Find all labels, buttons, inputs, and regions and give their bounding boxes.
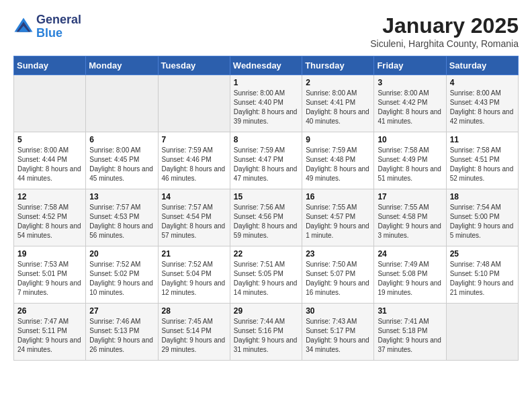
day-info: Sunrise: 7:55 AMSunset: 4:58 PMDaylight:… <box>378 203 442 240</box>
title-block: January 2025 Siculeni, Harghita County, … <box>370 13 519 49</box>
day-number: 16 <box>306 192 370 201</box>
calendar-cell: 28Sunrise: 7:45 AMSunset: 5:14 PMDayligh… <box>158 304 230 361</box>
calendar-week-1: 1Sunrise: 8:00 AMSunset: 4:40 PMDaylight… <box>14 75 519 132</box>
day-info: Sunrise: 7:44 AMSunset: 5:16 PMDaylight:… <box>234 317 298 355</box>
day-number: 1 <box>234 78 298 87</box>
day-number: 7 <box>162 135 226 144</box>
calendar-cell: 19Sunrise: 7:53 AMSunset: 5:01 PMDayligh… <box>14 246 86 304</box>
calendar-cell: 24Sunrise: 7:49 AMSunset: 5:08 PMDayligh… <box>374 246 446 304</box>
day-info: Sunrise: 8:00 AMSunset: 4:43 PMDaylight:… <box>450 89 515 126</box>
day-number: 2 <box>306 78 370 87</box>
logo-blue-text: Blue <box>36 26 62 40</box>
day-info: Sunrise: 7:41 AMSunset: 5:18 PMDaylight:… <box>378 317 442 355</box>
day-info: Sunrise: 7:46 AMSunset: 5:13 PMDaylight:… <box>89 317 154 355</box>
calendar-header-thursday: Thursday <box>302 56 374 75</box>
day-info: Sunrise: 7:43 AMSunset: 5:17 PMDaylight:… <box>306 317 370 355</box>
day-number: 15 <box>234 192 298 201</box>
day-info: Sunrise: 7:57 AMSunset: 4:53 PMDaylight:… <box>89 203 154 240</box>
day-number: 19 <box>17 249 82 259</box>
day-info: Sunrise: 7:59 AMSunset: 4:48 PMDaylight:… <box>306 146 370 183</box>
calendar-cell: 23Sunrise: 7:50 AMSunset: 5:07 PMDayligh… <box>302 246 374 304</box>
calendar-cell: 15Sunrise: 7:56 AMSunset: 4:56 PMDayligh… <box>230 189 302 246</box>
day-number: 21 <box>162 249 226 259</box>
day-number: 6 <box>89 135 154 144</box>
day-number: 8 <box>234 135 298 144</box>
calendar-header-tuesday: Tuesday <box>158 56 230 75</box>
day-number: 4 <box>450 78 515 87</box>
calendar-cell: 2Sunrise: 8:00 AMSunset: 4:41 PMDaylight… <box>302 75 374 132</box>
calendar-header-row: SundayMondayTuesdayWednesdayThursdayFrid… <box>14 56 519 75</box>
calendar-cell: 12Sunrise: 7:58 AMSunset: 4:52 PMDayligh… <box>14 189 86 246</box>
calendar-cell: 30Sunrise: 7:43 AMSunset: 5:17 PMDayligh… <box>302 304 374 361</box>
day-info: Sunrise: 8:00 AMSunset: 4:42 PMDaylight:… <box>378 89 442 126</box>
calendar-cell: 7Sunrise: 7:59 AMSunset: 4:46 PMDaylight… <box>158 132 230 189</box>
day-info: Sunrise: 7:54 AMSunset: 5:00 PMDaylight:… <box>450 203 515 240</box>
day-info: Sunrise: 7:56 AMSunset: 4:56 PMDaylight:… <box>234 203 298 240</box>
day-info: Sunrise: 7:49 AMSunset: 5:08 PMDaylight:… <box>378 260 442 298</box>
day-info: Sunrise: 7:59 AMSunset: 4:46 PMDaylight:… <box>162 146 226 183</box>
calendar-cell: 3Sunrise: 8:00 AMSunset: 4:42 PMDaylight… <box>374 75 446 132</box>
day-info: Sunrise: 7:55 AMSunset: 4:57 PMDaylight:… <box>306 203 370 240</box>
day-info: Sunrise: 7:50 AMSunset: 5:07 PMDaylight:… <box>306 260 370 298</box>
calendar-cell: 4Sunrise: 8:00 AMSunset: 4:43 PMDaylight… <box>446 75 518 132</box>
day-number: 25 <box>450 249 515 259</box>
day-number: 29 <box>234 306 298 316</box>
calendar-cell: 8Sunrise: 7:59 AMSunset: 4:47 PMDaylight… <box>230 132 302 189</box>
calendar-week-3: 12Sunrise: 7:58 AMSunset: 4:52 PMDayligh… <box>14 189 519 246</box>
day-number: 11 <box>450 135 515 144</box>
day-info: Sunrise: 7:52 AMSunset: 5:04 PMDaylight:… <box>162 260 226 298</box>
day-number: 17 <box>378 192 442 201</box>
calendar-week-4: 19Sunrise: 7:53 AMSunset: 5:01 PMDayligh… <box>14 246 519 304</box>
logo: General Blue <box>13 13 81 40</box>
day-number: 5 <box>17 135 82 144</box>
calendar-cell: 6Sunrise: 8:00 AMSunset: 4:45 PMDaylight… <box>86 132 158 189</box>
day-info: Sunrise: 7:58 AMSunset: 4:49 PMDaylight:… <box>378 146 442 183</box>
calendar-cell: 29Sunrise: 7:44 AMSunset: 5:16 PMDayligh… <box>230 304 302 361</box>
day-info: Sunrise: 8:00 AMSunset: 4:41 PMDaylight:… <box>306 89 370 126</box>
day-info: Sunrise: 7:47 AMSunset: 5:11 PMDaylight:… <box>17 317 82 355</box>
day-info: Sunrise: 7:59 AMSunset: 4:47 PMDaylight:… <box>234 146 298 183</box>
day-info: Sunrise: 7:52 AMSunset: 5:02 PMDaylight:… <box>89 260 154 298</box>
calendar-cell: 18Sunrise: 7:54 AMSunset: 5:00 PMDayligh… <box>446 189 518 246</box>
calendar-cell: 17Sunrise: 7:55 AMSunset: 4:58 PMDayligh… <box>374 189 446 246</box>
logo-general-text: General <box>36 13 81 26</box>
calendar-header-wednesday: Wednesday <box>230 56 302 75</box>
calendar-cell: 16Sunrise: 7:55 AMSunset: 4:57 PMDayligh… <box>302 189 374 246</box>
day-number: 10 <box>378 135 442 144</box>
calendar-subtitle: Siculeni, Harghita County, Romania <box>370 38 519 49</box>
day-number: 13 <box>89 192 154 201</box>
day-info: Sunrise: 7:57 AMSunset: 4:54 PMDaylight:… <box>162 203 226 240</box>
day-number: 30 <box>306 306 370 316</box>
day-info: Sunrise: 7:53 AMSunset: 5:01 PMDaylight:… <box>17 260 82 298</box>
calendar-cell: 14Sunrise: 7:57 AMSunset: 4:54 PMDayligh… <box>158 189 230 246</box>
day-info: Sunrise: 8:00 AMSunset: 4:45 PMDaylight:… <box>89 146 154 183</box>
calendar-cell <box>158 75 230 132</box>
calendar-title: January 2025 <box>370 13 519 38</box>
calendar-cell: 21Sunrise: 7:52 AMSunset: 5:04 PMDayligh… <box>158 246 230 304</box>
day-info: Sunrise: 7:51 AMSunset: 5:05 PMDaylight:… <box>234 260 298 298</box>
calendar-table: SundayMondayTuesdayWednesdayThursdayFrid… <box>13 56 519 361</box>
calendar-cell: 1Sunrise: 8:00 AMSunset: 4:40 PMDaylight… <box>230 75 302 132</box>
calendar-cell: 11Sunrise: 7:58 AMSunset: 4:51 PMDayligh… <box>446 132 518 189</box>
calendar-cell <box>86 75 158 132</box>
calendar-week-5: 26Sunrise: 7:47 AMSunset: 5:11 PMDayligh… <box>14 304 519 361</box>
calendar-cell: 20Sunrise: 7:52 AMSunset: 5:02 PMDayligh… <box>86 246 158 304</box>
calendar-cell <box>446 304 518 361</box>
day-info: Sunrise: 7:58 AMSunset: 4:51 PMDaylight:… <box>450 146 515 183</box>
day-info: Sunrise: 7:48 AMSunset: 5:10 PMDaylight:… <box>450 260 515 298</box>
page-header: General Blue January 2025 Siculeni, Harg… <box>13 13 519 49</box>
calendar-cell: 5Sunrise: 8:00 AMSunset: 4:44 PMDaylight… <box>14 132 86 189</box>
day-number: 27 <box>89 306 154 316</box>
calendar-header-saturday: Saturday <box>446 56 518 75</box>
calendar-cell: 9Sunrise: 7:59 AMSunset: 4:48 PMDaylight… <box>302 132 374 189</box>
calendar-cell: 27Sunrise: 7:46 AMSunset: 5:13 PMDayligh… <box>86 304 158 361</box>
day-info: Sunrise: 8:00 AMSunset: 4:44 PMDaylight:… <box>17 146 82 183</box>
calendar-cell: 25Sunrise: 7:48 AMSunset: 5:10 PMDayligh… <box>446 246 518 304</box>
day-number: 23 <box>306 249 370 259</box>
day-info: Sunrise: 7:58 AMSunset: 4:52 PMDaylight:… <box>17 203 82 240</box>
day-number: 26 <box>17 306 82 316</box>
day-number: 12 <box>17 192 82 201</box>
day-number: 24 <box>378 249 442 259</box>
calendar-cell: 31Sunrise: 7:41 AMSunset: 5:18 PMDayligh… <box>374 304 446 361</box>
logo-text: General Blue <box>36 13 81 40</box>
